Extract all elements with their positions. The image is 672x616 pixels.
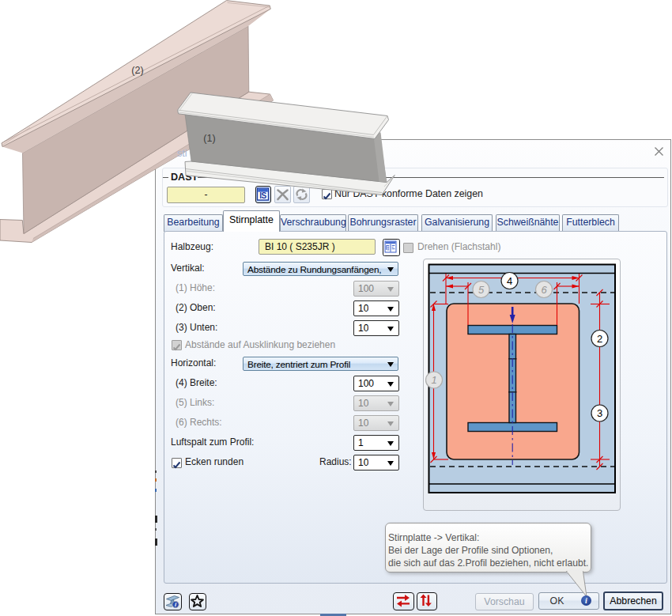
svg-text:4: 4 bbox=[507, 275, 512, 287]
svg-text:2: 2 bbox=[597, 333, 602, 345]
svg-text:5: 5 bbox=[478, 284, 485, 296]
svg-text:6: 6 bbox=[541, 284, 547, 296]
svg-text:3: 3 bbox=[597, 407, 602, 419]
svg-text:(2): (2) bbox=[131, 65, 143, 76]
svg-text:1: 1 bbox=[431, 374, 436, 386]
